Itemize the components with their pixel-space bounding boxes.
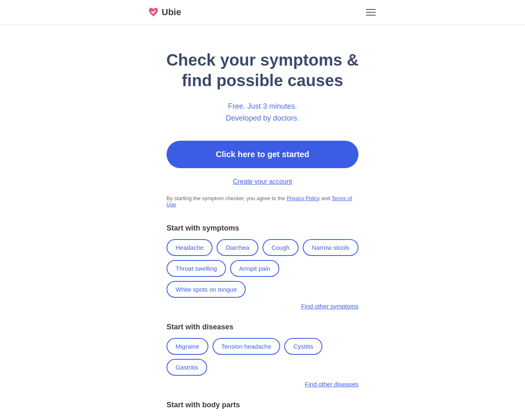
diseases-section-title: Start with diseases — [167, 323, 358, 331]
symptom-tag[interactable]: Cough — [262, 239, 299, 256]
menu-button[interactable] — [364, 7, 377, 17]
disease-tag[interactable]: Cystitis — [284, 338, 322, 355]
symptoms-section: Start with symptoms HeadacheDiarrheaCoug… — [167, 224, 358, 310]
symptom-tag[interactable]: White spots on tongue — [167, 281, 246, 298]
main-content: Check your symptoms & find possible caus… — [148, 25, 377, 420]
diseases-tags-container: MigraineTension headacheCystitisGastriti… — [167, 338, 358, 376]
get-started-button[interactable]: Click here to get started — [167, 141, 358, 168]
logo-text: Ubie — [162, 7, 181, 18]
hero-title-line2: find possible causes — [182, 71, 343, 89]
symptom-tag[interactable]: Headache — [167, 239, 212, 256]
symptoms-section-title: Start with symptoms — [167, 224, 358, 233]
symptom-tag[interactable]: Armpit pain — [230, 260, 279, 277]
diseases-section: Start with diseases MigraineTension head… — [167, 323, 358, 388]
hero-subtitle-line2: Developed by doctors. — [226, 114, 299, 122]
terms-text: By starting the symptom checker, you agr… — [167, 195, 358, 208]
logo-icon — [148, 7, 159, 18]
body-parts-section-title: Start with body parts — [167, 401, 358, 409]
disease-tag[interactable]: Tension headache — [212, 338, 281, 355]
hero-subtitle-line1: Free. Just 3 minutes. — [228, 102, 297, 110]
privacy-policy-link[interactable]: Privacy Policy — [287, 195, 320, 201]
terms-and: and — [320, 195, 332, 201]
header: Ubie — [0, 0, 525, 25]
find-other-diseases-link[interactable]: Find other diseases — [167, 381, 358, 388]
logo-area: Ubie — [148, 7, 181, 18]
symptom-tag[interactable]: Diarrhea — [217, 239, 258, 256]
hero-title: Check your symptoms & find possible caus… — [156, 50, 369, 91]
hero-title-line1: Check your symptoms & — [166, 51, 358, 69]
disease-tag[interactable]: Migraine — [167, 338, 208, 355]
body-parts-section: Start with body parts — [167, 401, 358, 409]
symptom-tag[interactable]: Narrow stools — [303, 239, 358, 256]
hamburger-line-2 — [366, 12, 376, 13]
symptom-tag[interactable]: Throat swelling — [167, 260, 226, 277]
hamburger-line-1 — [366, 9, 376, 10]
terms-prefix: By starting the symptom checker, you agr… — [167, 195, 287, 201]
create-account-link[interactable]: Create your account — [233, 178, 292, 185]
hamburger-line-3 — [366, 15, 376, 16]
hero-subtitle: Free. Just 3 minutes. Developed by docto… — [156, 100, 369, 124]
symptoms-tags-container: HeadacheDiarrheaCoughNarrow stoolsThroat… — [167, 239, 358, 298]
find-other-symptoms-link[interactable]: Find other symptoms — [167, 303, 358, 310]
disease-tag[interactable]: Gastritis — [167, 359, 207, 376]
